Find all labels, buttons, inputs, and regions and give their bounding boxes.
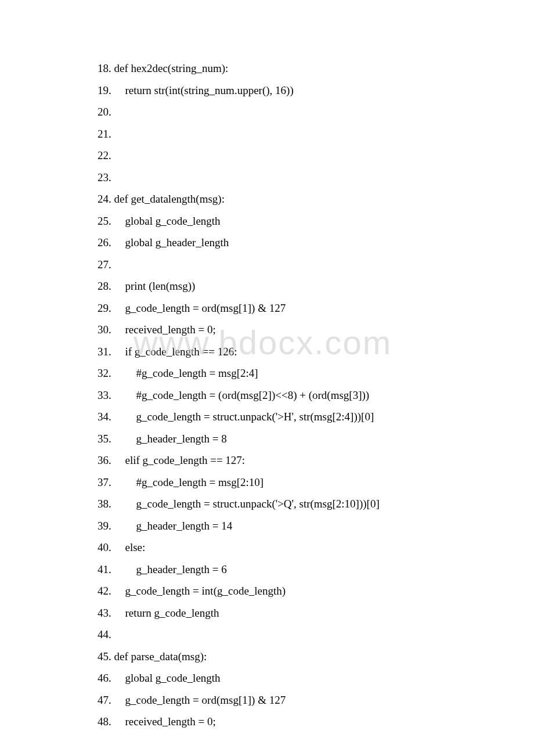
line-number: 25. xyxy=(98,215,111,227)
code-line: 48. received_length = 0; xyxy=(98,716,476,727)
line-number: 32. xyxy=(98,367,111,379)
line-number: 41. xyxy=(98,563,111,575)
line-code: g_code_length = int(g_code_length) xyxy=(114,585,291,597)
line-code: if g_code_length == 126: xyxy=(114,345,243,358)
line-code xyxy=(114,128,120,140)
line-number: 36. xyxy=(98,454,111,466)
line-code: g_header_length = 8 xyxy=(114,433,233,445)
line-number: 34. xyxy=(98,411,111,423)
line-number: 31. xyxy=(98,345,111,358)
line-number: 18. xyxy=(98,62,111,74)
code-line: 44. xyxy=(98,629,476,640)
code-line: 46. global g_code_length xyxy=(98,672,476,683)
code-line: 34. g_code_length = struct.unpack('>H', … xyxy=(98,411,476,422)
code-line: 30. received_length = 0; xyxy=(98,324,476,335)
line-number: 30. xyxy=(98,323,111,336)
line-code: g_header_length = 14 xyxy=(114,520,238,532)
code-line: 31. if g_code_length == 126: xyxy=(98,346,476,357)
code-line: 28. print (len(msg)) xyxy=(98,280,476,291)
line-number: 29. xyxy=(98,302,111,314)
line-number: 27. xyxy=(98,258,111,271)
code-line: 40. else: xyxy=(98,542,476,553)
code-line: 18. def hex2dec(string_num): xyxy=(98,63,476,74)
code-line: 36. elif g_code_length == 127: xyxy=(98,455,476,466)
line-code: g_header_length = 6 xyxy=(114,563,233,575)
code-line: 43. return g_code_length xyxy=(98,607,476,618)
code-line: 41. g_header_length = 6 xyxy=(98,564,476,575)
line-number: 44. xyxy=(98,628,111,640)
line-number: 35. xyxy=(98,433,111,445)
code-line: 32. #g_code_length = msg[2:4] xyxy=(98,368,476,379)
line-number: 43. xyxy=(98,607,111,619)
line-code: return g_code_length xyxy=(114,607,225,619)
line-code: #g_code_length = msg[2:4] xyxy=(114,367,264,379)
line-number: 37. xyxy=(98,476,111,488)
line-code: g_code_length = ord(msg[1]) & 127 xyxy=(114,302,291,314)
code-line: 22. xyxy=(98,150,476,161)
line-code: g_code_length = struct.unpack('>Q', str(… xyxy=(114,498,385,510)
line-code: g_code_length = ord(msg[1]) & 127 xyxy=(114,694,291,706)
code-line: 39. g_header_length = 14 xyxy=(98,520,476,531)
code-line: 37. #g_code_length = msg[2:10] xyxy=(98,477,476,488)
line-number: 23. xyxy=(98,171,111,183)
code-content: 18. def hex2dec(string_num): 19. return … xyxy=(0,0,534,727)
line-number: 21. xyxy=(98,128,111,140)
line-number: 39. xyxy=(98,520,111,532)
line-code: def get_datalength(msg): xyxy=(114,193,230,205)
code-line: 20. xyxy=(98,106,476,117)
code-line: 21. xyxy=(98,128,476,139)
line-code: print (len(msg)) xyxy=(114,280,201,292)
code-line: 29. g_code_length = ord(msg[1]) & 127 xyxy=(98,303,476,314)
line-code: g_code_length = struct.unpack('>H', str(… xyxy=(114,411,380,423)
line-number: 47. xyxy=(98,694,111,706)
line-code xyxy=(114,171,120,183)
line-number: 24. xyxy=(98,193,111,205)
line-number: 48. xyxy=(98,715,111,728)
line-code: def parse_data(msg): xyxy=(114,650,212,663)
line-number: 38. xyxy=(98,498,111,510)
code-line: 27. xyxy=(98,259,476,270)
line-number: 46. xyxy=(98,672,111,684)
line-code: global g_header_length xyxy=(114,236,240,249)
code-line: 47. g_code_length = ord(msg[1]) & 127 xyxy=(98,694,476,705)
code-line: 42. g_code_length = int(g_code_length) xyxy=(98,585,476,596)
line-code xyxy=(114,258,131,271)
line-code: global g_code_length xyxy=(114,672,226,684)
line-code: return str(int(string_num.upper(), 16)) xyxy=(114,84,300,96)
code-line: 45. def parse_data(msg): xyxy=(98,651,476,662)
code-line: 24. def get_datalength(msg): xyxy=(98,193,476,204)
code-line: 26. global g_header_length xyxy=(98,237,476,248)
code-line: 33. #g_code_length = (ord(msg[2])<<8) + … xyxy=(98,390,476,401)
line-number: 42. xyxy=(98,585,111,597)
line-number: 19. xyxy=(98,84,111,96)
line-number: 28. xyxy=(98,280,111,292)
code-line: 35. g_header_length = 8 xyxy=(98,433,476,444)
code-line: 38. g_code_length = struct.unpack('>Q', … xyxy=(98,498,476,509)
code-line: 25. global g_code_length xyxy=(98,215,476,226)
code-line: 19. return str(int(string_num.upper(), 1… xyxy=(98,85,476,96)
line-code: elif g_code_length == 127: xyxy=(114,454,251,466)
line-code: else: xyxy=(114,541,151,553)
line-code xyxy=(114,106,120,118)
line-code: def hex2dec(string_num): xyxy=(114,62,234,74)
line-number: 20. xyxy=(98,106,111,118)
line-code: received_length = 0; xyxy=(114,323,222,336)
line-number: 26. xyxy=(98,236,111,249)
line-number: 22. xyxy=(98,149,111,161)
line-number: 33. xyxy=(98,389,111,401)
line-code xyxy=(114,149,120,161)
line-code: received_length = 0; xyxy=(114,715,222,728)
line-number: 45. xyxy=(98,650,111,663)
code-line: 23. xyxy=(98,172,476,183)
line-number: 40. xyxy=(98,541,111,553)
line-code: #g_code_length = msg[2:10] xyxy=(114,476,269,488)
line-code: #g_code_length = (ord(msg[2])<<8) + (ord… xyxy=(114,389,375,401)
line-code xyxy=(114,628,142,640)
line-code: global g_code_length xyxy=(114,215,226,227)
